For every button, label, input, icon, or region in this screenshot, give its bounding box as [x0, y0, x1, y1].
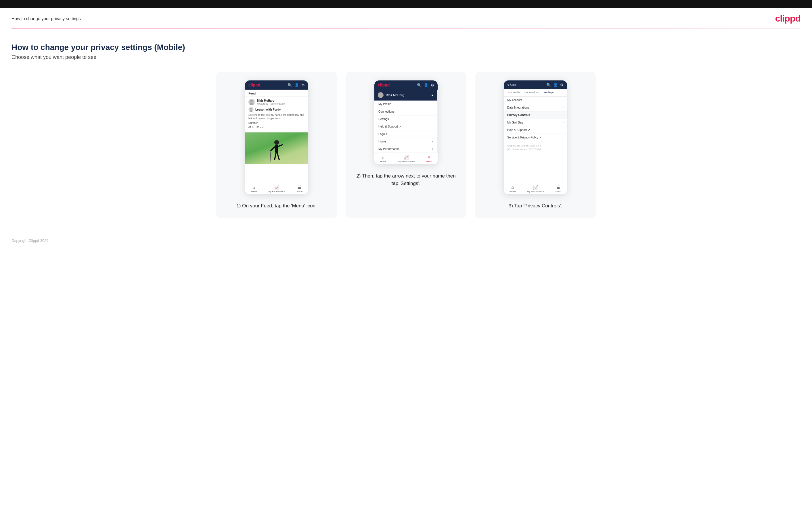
menu-item-connections[interactable]: Connections	[374, 108, 437, 115]
svg-point-0	[250, 100, 253, 103]
performance-icon-2: 📈	[404, 155, 409, 160]
version-info: Clippd Client Version: 2022.8.3-3 SQL Se…	[504, 141, 567, 154]
svg-point-1	[249, 103, 254, 105]
phone-nav-icons-1: 🔍 👤 ⚙	[288, 83, 305, 87]
user-icon-3: 👤	[553, 83, 558, 87]
header: How to change your privacy settings clip…	[0, 8, 812, 28]
step-1-card: clippd 🔍 👤 ⚙ Feed	[216, 72, 337, 218]
settings-service-privacy[interactable]: Service & Privacy Policy ↗	[504, 134, 567, 141]
svg-line-8	[278, 145, 283, 147]
header-title: How to change your privacy settings	[11, 16, 81, 21]
menu-icon: ☰	[298, 185, 301, 189]
settings-icon: ⚙	[301, 83, 305, 87]
menu-item-help[interactable]: Help & Support ↗	[374, 123, 437, 130]
close-icon: ✕	[427, 155, 431, 160]
settings-nav: < Back 🔍 👤 ⚙	[504, 80, 567, 89]
logo: clippd	[775, 13, 801, 24]
feed-tab: Feed	[245, 90, 308, 97]
chevron-down-icon: ▾	[432, 140, 433, 143]
golf-image	[245, 132, 308, 164]
menu-user-row: Blair McHarg ▲	[374, 90, 437, 101]
feed-lesson-row: Lesson with Fordy	[248, 107, 305, 112]
chevron-down-icon-2: ▾	[432, 147, 433, 151]
phone-logo-1: clippd	[248, 83, 260, 87]
search-icon: 🔍	[288, 83, 292, 87]
home-icon: ⌂	[252, 185, 255, 189]
main-content: How to change your privacy settings (Mob…	[0, 29, 812, 230]
settings-tabs: My Profile Connections Settings	[504, 89, 567, 97]
step-2-caption: 2) Then, tap the arrow next to your name…	[353, 172, 459, 187]
settings-data-integrations[interactable]: Data Integrations ›	[504, 104, 567, 111]
feed-user-row: Blair McHarg Yesterday · Sunningdale	[248, 99, 305, 105]
steps-row: clippd 🔍 👤 ⚙ Feed	[11, 72, 801, 218]
chevron-right-icon-3: ›	[563, 113, 564, 117]
top-bar	[0, 0, 812, 8]
user-icon-2: 👤	[424, 83, 428, 87]
bottom-menu-2: ✕ Menu	[426, 155, 432, 163]
page-heading: How to change your privacy settings (Mob…	[11, 43, 801, 52]
svg-line-11	[270, 151, 271, 163]
bottom-home-2: ⌂ Home	[380, 155, 386, 163]
duration-value: 01 hr : 30 min	[248, 126, 305, 129]
phone-nav-icons-3: 🔍 👤 ⚙	[546, 83, 564, 87]
menu-user-left: Blair McHarg	[378, 92, 404, 98]
settings-privacy-controls[interactable]: Privacy Controls ›	[504, 111, 567, 119]
svg-point-3	[250, 108, 252, 110]
settings-body: My Account › Data Integrations › Privacy…	[504, 97, 567, 183]
home-icon-2: ⌂	[382, 155, 384, 160]
tab-settings[interactable]: Settings	[541, 89, 556, 96]
chevron-up-icon: ▲	[431, 93, 434, 97]
settings-golf-bag[interactable]: My Golf Bag ›	[504, 119, 567, 126]
settings-help-support[interactable]: Help & Support ↗	[504, 126, 567, 134]
menu-item-profile[interactable]: My Profile	[374, 101, 437, 108]
tab-connections[interactable]: Connections	[522, 89, 541, 96]
bottom-home-1: ⌂ Home	[251, 185, 257, 193]
menu-overlay: Blair McHarg ▲ My Profile Connections Se…	[374, 90, 438, 153]
phone-bottom-nav-2: ⌂ Home 📈 My Performance ✕ Menu	[374, 153, 438, 164]
svg-point-4	[250, 110, 252, 112]
menu-item-home[interactable]: Home ▾	[374, 138, 437, 145]
bottom-performance-3: 📈 My Performance	[527, 185, 544, 193]
settings-my-account[interactable]: My Account ›	[504, 97, 567, 104]
golfer-figure	[269, 139, 284, 164]
feed-user-info: Blair McHarg Yesterday · Sunningdale	[257, 99, 285, 105]
svg-line-7	[271, 147, 275, 151]
step-3-caption: 3) Tap 'Privacy Controls'.	[509, 202, 562, 210]
svg-line-10	[277, 153, 279, 160]
phone-mockup-3: < Back 🔍 👤 ⚙ My Profile Connections Sett…	[504, 80, 567, 194]
lesson-title: Lesson with Fordy	[255, 108, 281, 111]
menu-icon-3: ☰	[556, 185, 560, 189]
settings-icon-2: ⚙	[431, 83, 434, 87]
back-button[interactable]: < Back	[507, 83, 516, 87]
bottom-menu-3: ☰ Menu	[556, 185, 561, 193]
phone-body-1: Blair McHarg Yesterday · Sunningdale Les…	[245, 97, 308, 183]
feed-post: Blair McHarg Yesterday · Sunningdale Les…	[245, 97, 308, 132]
footer: Copyright Clippd 2022	[0, 230, 812, 251]
bottom-menu-1: ☰ Menu	[297, 185, 303, 193]
settings-icon-3: ⚙	[560, 83, 564, 87]
feed-user-meta: Yesterday · Sunningdale	[257, 102, 285, 105]
phone-nav-icons-2: 🔍 👤 ⚙	[417, 83, 434, 87]
menu-item-performance[interactable]: My Performance ▾	[374, 145, 437, 153]
phone-bottom-nav-3: ⌂ Home 📈 My Performance ☰ Menu	[504, 183, 567, 194]
svg-rect-6	[275, 145, 278, 153]
svg-line-9	[274, 153, 276, 160]
step-3-card: < Back 🔍 👤 ⚙ My Profile Connections Sett…	[475, 72, 596, 218]
copyright: Copyright Clippd 2022	[11, 238, 49, 243]
user-icon: 👤	[295, 83, 299, 87]
phone-bottom-nav-1: ⌂ Home 📈 My Performance ☰ Menu	[245, 183, 308, 194]
menu-item-settings[interactable]: Settings	[374, 115, 437, 123]
menu-avatar	[378, 92, 384, 98]
feed-avatar	[248, 99, 255, 105]
phone-nav-1: clippd 🔍 👤 ⚙	[245, 80, 308, 90]
performance-icon-3: 📈	[533, 185, 538, 189]
tab-my-profile[interactable]: My Profile	[506, 89, 522, 96]
phone-nav-2: clippd 🔍 👤 ⚙	[374, 80, 438, 90]
chevron-right-icon-4: ›	[563, 121, 564, 124]
phone-mockup-2: clippd 🔍 👤 ⚙ Blair McHarg ▲	[374, 80, 438, 164]
lesson-icon	[248, 107, 254, 112]
menu-item-logout[interactable]: Logout	[374, 130, 437, 138]
search-icon-3: 🔍	[546, 83, 551, 87]
step-1-caption: 1) On your Feed, tap the 'Menu' icon.	[236, 202, 317, 210]
step-2-card: clippd 🔍 👤 ⚙ Blair McHarg ▲	[346, 72, 466, 218]
